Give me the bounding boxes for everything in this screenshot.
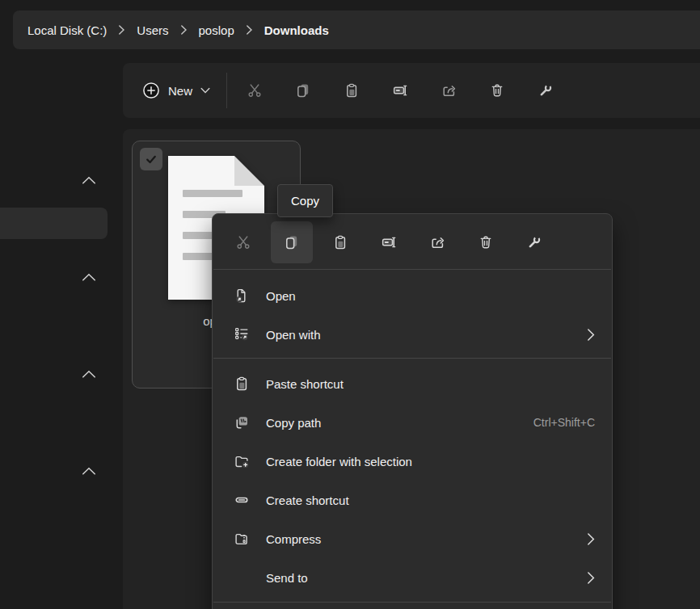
- paste-shortcut-icon: [234, 376, 250, 392]
- context-menu-icon-row: [213, 221, 612, 265]
- compress-icon: [234, 531, 250, 547]
- menu-cut-button[interactable]: [222, 221, 264, 263]
- link-icon: [234, 492, 250, 508]
- context-menu: Open Open with Paste shortcut Copy path …: [212, 213, 613, 609]
- new-button-label: New: [168, 84, 192, 98]
- copy-icon: [284, 234, 300, 250]
- tile-checkbox[interactable]: [140, 148, 162, 170]
- command-toolbar: New: [123, 63, 700, 118]
- menu-item-open[interactable]: Open: [213, 276, 612, 315]
- menu-share-button[interactable]: [416, 221, 458, 263]
- share-icon: [429, 234, 445, 250]
- toolbar-icon-group: [237, 73, 563, 108]
- menu-item-create-folder-with-selection[interactable]: Create folder with selection: [213, 442, 612, 481]
- toolbar-copy-button[interactable]: [285, 73, 321, 108]
- wrench-icon: [538, 82, 554, 99]
- paste-icon: [344, 82, 360, 99]
- toolbar-delete-button[interactable]: [479, 73, 515, 108]
- share-icon: [441, 82, 457, 99]
- submenu-chevron-icon: [587, 571, 595, 585]
- chevron-right-icon: [180, 24, 188, 36]
- menu-item-compress[interactable]: Compress: [213, 519, 612, 558]
- chevron-right-icon: [246, 24, 253, 36]
- menu-rename-button[interactable]: [368, 221, 410, 263]
- trash-icon: [478, 234, 494, 250]
- menu-separator: [213, 358, 611, 359]
- open-with-icon: [234, 326, 250, 342]
- open-icon: [234, 288, 250, 304]
- paste-icon: [332, 234, 348, 250]
- plus-circle-icon: [142, 82, 160, 99]
- submenu-chevron-icon: [587, 532, 595, 546]
- chevron-down-icon: [200, 87, 210, 94]
- breadcrumb-item-downloads[interactable]: Downloads: [258, 19, 335, 41]
- toolbar-cut-button[interactable]: [237, 73, 272, 108]
- menu-paste-button[interactable]: [319, 221, 361, 263]
- copy-path-icon: [234, 414, 250, 430]
- rename-icon: [392, 82, 408, 99]
- menu-copy-button[interactable]: [271, 221, 313, 263]
- submenu-chevron-icon: [587, 328, 595, 342]
- menu-item-create-shortcut[interactable]: Create shortcut: [213, 481, 612, 519]
- breadcrumb-item-poslop[interactable]: poslop: [192, 19, 241, 41]
- check-icon: [145, 153, 158, 166]
- cut-icon: [247, 82, 263, 99]
- menu-item-send-to[interactable]: Send to: [213, 558, 612, 597]
- menu-tools-button[interactable]: [513, 221, 555, 263]
- copy-tooltip: Copy: [277, 184, 333, 217]
- context-menu-items: Open Open with Paste shortcut Copy path …: [213, 270, 612, 603]
- folder-plus-icon: [234, 453, 250, 469]
- rename-icon: [381, 234, 397, 250]
- sidebar-hovered-item[interactable]: [0, 208, 108, 239]
- new-button[interactable]: New: [134, 75, 218, 106]
- toolbar-share-button[interactable]: [431, 73, 466, 108]
- menu-separator: [213, 602, 611, 603]
- toolbar-rename-button[interactable]: [382, 73, 418, 108]
- keyboard-shortcut: Ctrl+Shift+C: [533, 416, 595, 429]
- copy-icon: [295, 82, 311, 99]
- sidebar-collapse-chevron-up-icon[interactable]: [82, 273, 96, 282]
- sidebar-collapse-chevron-up-icon[interactable]: [82, 467, 96, 476]
- cut-icon: [235, 234, 251, 250]
- menu-delete-button[interactable]: [465, 221, 507, 263]
- sidebar-collapse-chevron-up-icon[interactable]: [82, 370, 96, 379]
- wrench-icon: [526, 234, 542, 250]
- menu-item-open-with[interactable]: Open with: [213, 315, 612, 354]
- trash-icon: [489, 82, 505, 99]
- toolbar-tools-button[interactable]: [528, 73, 563, 108]
- sidebar-collapse-chevron-up-icon[interactable]: [82, 176, 96, 185]
- menu-item-paste-shortcut[interactable]: Paste shortcut: [213, 364, 612, 403]
- address-bar[interactable]: Local Disk (C:) Users poslop Downloads: [13, 10, 700, 49]
- icon-placeholder: [234, 569, 250, 586]
- breadcrumb-item-users[interactable]: Users: [130, 19, 175, 41]
- breadcrumb-item-local-disk[interactable]: Local Disk (C:): [21, 19, 113, 41]
- toolbar-paste-button[interactable]: [334, 73, 369, 108]
- chevron-right-icon: [118, 24, 125, 36]
- toolbar-divider: [226, 73, 227, 108]
- menu-item-copy-path[interactable]: Copy path Ctrl+Shift+C: [213, 403, 612, 442]
- file-explorer-window: Local Disk (C:) Users poslop Downloads N…: [0, 0, 700, 609]
